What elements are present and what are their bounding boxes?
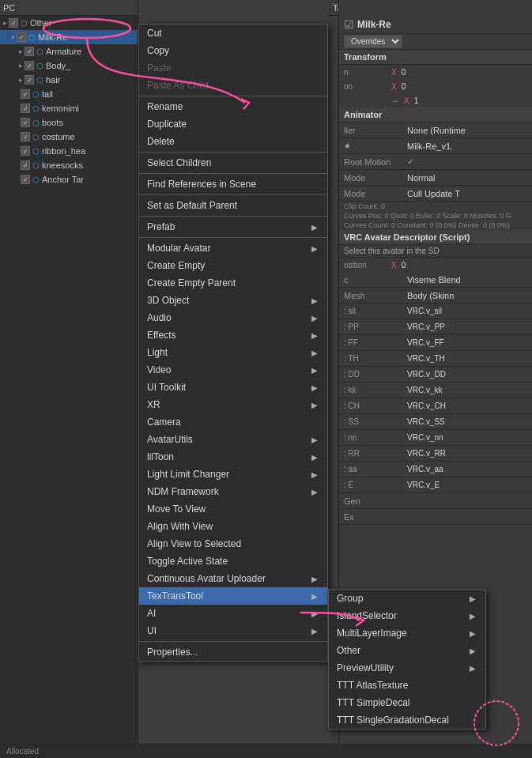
ex-label: Ex [344, 512, 407, 522]
menu-item-copy[interactable]: Copy [139, 42, 327, 59]
menu-item-label: UI [147, 625, 157, 636]
menu-item-move-to-view[interactable]: Move To View [139, 500, 327, 518]
menu-item-effects[interactable]: Effects ▶ [139, 326, 327, 344]
hierarchy-item[interactable]: ▸ ✓ ⬡ Other [0, 16, 138, 30]
sub-menu-item-preview-utility[interactable]: PreviewUtility ▶ [329, 659, 485, 677]
hierarchy-item-label: Anchor Tar [42, 175, 84, 184]
scale-row: ↔ X 1 [339, 93, 532, 107]
hierarchy-item[interactable]: ▸ ✓ ⬡ Armature [0, 44, 138, 58]
hierarchy-checkbox[interactable]: ✓ [25, 61, 34, 70]
menu-item-rename[interactable]: Rename [139, 98, 327, 115]
submenu-arrow-icon: ▶ [311, 609, 318, 618]
submenu-arrow-icon: ▶ [311, 244, 318, 253]
menu-item-liltoon[interactable]: lilToon ▶ [139, 448, 327, 466]
menu-item-audio[interactable]: Audio ▶ [139, 309, 327, 326]
hierarchy-checkbox[interactable]: ✓ [21, 146, 30, 156]
hierarchy-item[interactable]: ✓ ⬡ costume [0, 130, 138, 144]
menu-item-find-references[interactable]: Find References in Scene [139, 175, 327, 193]
hierarchy-checkbox[interactable]: ✓ [21, 89, 30, 99]
sub-menu-item-island-selector[interactable]: IslandSelector ▶ [329, 607, 485, 624]
hierarchy-checkbox[interactable]: ✓ [9, 18, 18, 28]
menu-item-cut[interactable]: Cut [139, 25, 327, 42]
sub-menu-item-ttt-single-gradation-decal[interactable]: TTT SingleGradationDecal [329, 711, 485, 729]
sub-menu-item-other[interactable]: Other ▶ [329, 642, 485, 659]
hierarchy-checkbox[interactable]: ✓ [21, 118, 30, 127]
menu-item-light-limit-changer[interactable]: Light Limit Changer ▶ [139, 466, 327, 483]
hierarchy-item-label: ribbon_hea [42, 146, 85, 156]
hierarchy-obj-icon: ⬡ [32, 104, 40, 113]
menu-item-label: lilToon [147, 451, 174, 462]
hierarchy-item-label: kneesocks [42, 160, 83, 170]
menu-item-properties[interactable]: Properties... [139, 643, 327, 661]
submenu-arrow-icon: ▶ [311, 366, 318, 375]
hierarchy-item[interactable]: ▸ ✓ ⬡ hair [0, 73, 138, 87]
hierarchy-checkbox[interactable]: ✓ [17, 32, 26, 42]
menu-item-label: Video [147, 364, 171, 375]
menu-item-delete[interactable]: Delete [139, 133, 327, 150]
sub-submenu-arrow-icon: ▶ [470, 629, 476, 638]
hierarchy-checkbox[interactable]: ✓ [25, 47, 34, 56]
hierarchy-title: PC [3, 3, 15, 13]
menu-item-prefab[interactable]: Prefab ▶ [139, 218, 327, 236]
viseme-item-label: : E [344, 481, 407, 489]
menu-item-video[interactable]: Video ▶ [139, 361, 327, 379]
hierarchy-item[interactable]: ✓ ⬡ ribbon_hea [0, 144, 138, 158]
menu-item-select-children[interactable]: Select Children [139, 154, 327, 172]
menu-item-label: 3D Object [147, 295, 189, 306]
viseme-item-label: : sil [344, 307, 407, 315]
hierarchy-checkbox[interactable]: ✓ [21, 175, 30, 184]
menu-item-label: AI [147, 608, 156, 619]
sub-context-menu: Group ▶ IslandSelector ▶ MultiLayerImage… [328, 589, 486, 730]
menu-item-label: Select Children [147, 157, 211, 168]
menu-item-toggle-active-state[interactable]: Toggle Active State [139, 552, 327, 570]
menu-item-duplicate[interactable]: Duplicate [139, 115, 327, 133]
hierarchy-item[interactable]: ✓ ⬡ Anchor Tar [0, 172, 138, 187]
menu-item-avatarutils[interactable]: AvatarUtils ▶ [139, 431, 327, 448]
menu-item-create-empty[interactable]: Create Empty [139, 257, 327, 274]
sub-menu-item-ttt-atlas-texture[interactable]: TTT AtlasTexture [329, 677, 485, 694]
overrides-dropdown[interactable]: Overrides [344, 35, 402, 48]
menu-item-ui[interactable]: UI ▶ [139, 622, 327, 639]
menu-item-create-empty-parent[interactable]: Create Empty Parent [139, 274, 327, 292]
viseme-item-label: : DD [344, 370, 407, 379]
obj-name-label: Milk-Re [357, 19, 391, 30]
menu-item-textranstool[interactable]: TexTransTool ▶ [139, 587, 327, 605]
menu-item-light[interactable]: Light ▶ [139, 344, 327, 361]
menu-item-align-with-view[interactable]: Align With View [139, 518, 327, 535]
update-mode-value: Normal [407, 173, 435, 183]
menu-item-xr[interactable]: XR ▶ [139, 396, 327, 413]
hierarchy-item[interactable]: ▾ ✓ ⬡ Milk-Re [0, 30, 138, 44]
hierarchy-item[interactable]: ▸ ✓ ⬡ Body_ [0, 58, 138, 73]
hierarchy-item[interactable]: ✓ ⬡ tail [0, 87, 138, 101]
menu-item-label: Align With View [147, 521, 213, 532]
hierarchy-obj-icon: ⬡ [32, 175, 40, 184]
hierarchy-obj-icon: ⬡ [36, 62, 43, 70]
hierarchy-item[interactable]: ✓ ⬡ kemonimi [0, 101, 138, 115]
menu-item-continuous-avatar-uploader[interactable]: Continuous Avatar Uploader ▶ [139, 570, 327, 587]
sub-menu-item-multi-layer-image[interactable]: MultiLayerImage ▶ [329, 624, 485, 642]
menu-item-modular-avatar[interactable]: Modular Avatar ▶ [139, 239, 327, 257]
rotation-row: on X 0 [339, 79, 532, 93]
vrc-section: VRC Avatar Descriptor (Script) [339, 230, 532, 245]
menu-item-3d-object[interactable]: 3D Object ▶ [139, 292, 327, 309]
root-motion-row: Root Motion ✓ [339, 154, 532, 170]
menu-item-ndm-framework[interactable]: NDM Framework ▶ [139, 483, 327, 500]
menu-item-align-view-to-selected[interactable]: Align View to Selected [139, 535, 327, 552]
hierarchy-checkbox[interactable]: ✓ [25, 75, 34, 85]
menu-item-camera[interactable]: Camera [139, 413, 327, 431]
viseme-row: : FF VRC.v_FF [339, 335, 532, 351]
hierarchy-checkbox[interactable]: ✓ [21, 160, 30, 170]
hierarchy-checkbox[interactable]: ✓ [21, 104, 30, 113]
viseme-item-value: VRC.v_CH [407, 402, 446, 410]
hierarchy-checkbox[interactable]: ✓ [21, 132, 30, 141]
menu-item-ui-toolkit[interactable]: UI Toolkit ▶ [139, 379, 327, 396]
animator-section: Animator [339, 107, 532, 123]
menu-item-label: XR [147, 399, 160, 410]
sub-menu-item-ttt-simple-decal[interactable]: TTT SimpleDecal [329, 694, 485, 711]
sub-menu-item-group[interactable]: Group ▶ [329, 590, 485, 607]
hierarchy-item[interactable]: ✓ ⬡ boots [0, 115, 138, 130]
hierarchy-obj-icon: ⬡ [28, 33, 36, 42]
hierarchy-item[interactable]: ✓ ⬡ kneesocks [0, 158, 138, 172]
menu-item-ai[interactable]: AI ▶ [139, 605, 327, 622]
menu-item-set-default-parent[interactable]: Set as Default Parent [139, 197, 327, 214]
